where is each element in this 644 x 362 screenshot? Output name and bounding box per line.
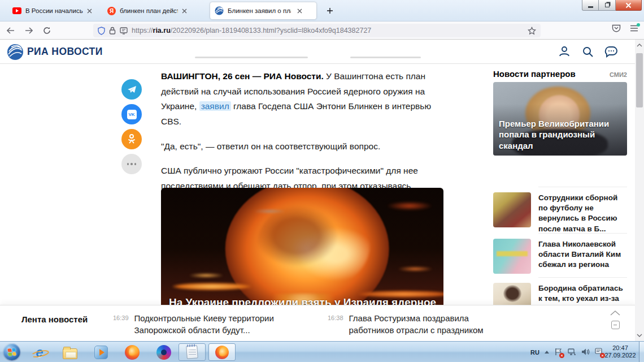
article-paragraph: "Да, есть", — ответил он на соответствую… (161, 139, 439, 154)
tab-close-icon[interactable] (182, 6, 188, 15)
start-button[interactable] (3, 343, 20, 360)
odnoklassniki-share-button[interactable] (121, 129, 142, 149)
tab-close-icon[interactable] (87, 6, 93, 15)
windows-logo-icon (7, 348, 16, 356)
bookmark-star-icon[interactable] (528, 27, 536, 35)
article-paragraph: ВАШИНГТОН, 26 сен — РИА Новости. У Вашин… (161, 69, 439, 130)
pocket-icon[interactable] (612, 24, 621, 32)
youtube-icon (12, 7, 21, 14)
restore-button[interactable] (599, 0, 616, 11)
telegram-share-button[interactable] (121, 79, 142, 100)
ticker-text: Глава Ростуризма поздравила работников о… (349, 313, 514, 336)
browser-window: В России начались расстрелы Я блинкен пл… (0, 0, 644, 362)
tab-title: В России начались расстрелы (25, 7, 83, 14)
tab-youtube[interactable]: В России начались расстрелы (8, 2, 97, 19)
article-dateline: ВАШИНГТОН, 26 сен — РИА Новости. (161, 71, 324, 81)
site-header-icons (558, 45, 618, 58)
media-player-icon[interactable] (93, 344, 109, 360)
clock-time: 20:47 (603, 344, 637, 352)
language-indicator[interactable]: RU (530, 349, 539, 356)
taskbar: e RU × × 20:47 27.09. (0, 341, 644, 362)
updates-icon[interactable]: × (595, 348, 603, 356)
network-icon[interactable] (568, 348, 576, 356)
ticker-item[interactable]: 16:39 Подконтрольные Киеву территории За… (113, 313, 312, 336)
vk-share-button[interactable]: VK (121, 104, 142, 124)
volume-icon[interactable] (581, 348, 590, 356)
system-tray: RU × × (530, 342, 603, 362)
news-ticker: Лента новостей 16:39 Подконтрольные Киев… (0, 305, 635, 341)
firefox-icon[interactable] (124, 344, 140, 360)
site-header: РИА НОВОСТИ (0, 40, 635, 64)
shield-icon[interactable] (98, 27, 105, 35)
scrolled-content-remnant (195, 57, 308, 58)
clock-date: 27.09.2022 (603, 352, 637, 359)
show-desktop-button[interactable] (639, 342, 644, 362)
page-scrollbar[interactable] (635, 40, 644, 341)
url-scheme: https:// (132, 27, 153, 35)
permissions-icon[interactable] (120, 27, 128, 35)
partner-thumbnail (493, 239, 531, 274)
search-icon[interactable] (581, 45, 594, 58)
ticker-item[interactable]: 16:38 Глава Ростуризма поздравила работн… (328, 313, 514, 336)
internet-explorer-icon[interactable]: e (32, 344, 47, 360)
action-center-icon[interactable]: × (554, 348, 563, 356)
collapse-icon[interactable] (611, 321, 620, 329)
url-domain: ria.ru (153, 27, 171, 35)
notepad-taskbar-button[interactable] (179, 343, 206, 361)
browser-swirl-icon[interactable] (156, 344, 172, 360)
ticker-time: 16:39 (113, 313, 129, 336)
menu-notification-dot (637, 23, 640, 27)
article-image-nuclear-explosion[interactable]: На Украине предложили взять у Израиля яд… (161, 188, 443, 324)
partner-item[interactable]: Глава Николаевской области Виталий Ким с… (493, 239, 627, 274)
partner-item[interactable]: Сотрудники сборной по футболу не вернули… (493, 192, 627, 234)
ria-logo-globe-icon[interactable] (7, 44, 24, 61)
scroll-down-icon[interactable] (636, 332, 643, 339)
fire-streak (387, 201, 432, 210)
fire-streak (398, 266, 432, 272)
ticker-text: Подконтрольные Киеву территории Запорожс… (134, 313, 312, 336)
featured-title: Премьер Великобритании попала в грандиоз… (499, 118, 623, 152)
article-link[interactable]: заявил (199, 101, 231, 111)
partners-heading: Новости партнеров (493, 69, 576, 79)
more-share-button[interactable] (121, 154, 142, 174)
share-buttons: VK (121, 79, 142, 174)
taskbar-clock[interactable]: 20:47 27.09.2022 (603, 344, 637, 359)
comments-icon[interactable] (604, 45, 618, 58)
site-brand[interactable]: РИА НОВОСТИ (27, 46, 103, 58)
scroll-up-icon[interactable] (636, 42, 643, 49)
tab-ria-active[interactable]: Блинкен заявил о плане на сл (210, 2, 316, 19)
tab-title: Блинкен заявил о плане на сл (228, 7, 291, 14)
reload-button[interactable] (40, 23, 54, 38)
partner-title: Глава Николаевской области Виталий Ким с… (538, 239, 627, 274)
tray-expand-icon[interactable] (545, 351, 549, 354)
forward-button[interactable] (21, 23, 36, 38)
ticker-time: 16:38 (328, 313, 343, 336)
fire-streak (189, 273, 223, 278)
tab-close-icon[interactable] (295, 6, 304, 15)
menu-icon[interactable] (630, 25, 638, 32)
ria-favicon (215, 6, 224, 15)
smi2-badge[interactable]: СМИ2 (610, 71, 627, 78)
url-path: /20220926/plan-1819408133.html?ysclid=l8… (171, 27, 372, 35)
scrollbar-thumb[interactable] (636, 53, 643, 107)
scrolled-content-remnant (350, 57, 421, 58)
profile-icon[interactable] (558, 45, 571, 58)
partner-thumbnail (493, 192, 531, 227)
explorer-folder-icon[interactable] (62, 344, 78, 360)
close-button[interactable] (616, 0, 642, 11)
tab-yandex[interactable]: Я блинкен план действий в случ (103, 2, 192, 19)
url-bar[interactable]: https://ria.ru/20220926/plan-1819408133.… (93, 24, 541, 37)
partner-title: Сотрудники сборной по футболу не вернули… (538, 192, 627, 234)
url-text[interactable]: https://ria.ru/20220926/plan-1819408133.… (132, 27, 524, 35)
error-badge: × (559, 353, 564, 358)
lock-icon[interactable] (109, 27, 116, 35)
ellipsis-icon (127, 163, 137, 165)
chevron-up-icon[interactable] (610, 310, 620, 316)
minimize-button[interactable] (582, 0, 599, 11)
partner-featured-card[interactable]: Премьер Великобритании попала в грандиоз… (493, 82, 627, 156)
firefox-taskbar-button-active[interactable] (208, 343, 236, 361)
back-button[interactable] (3, 23, 18, 38)
partners-header: Новости партнеров СМИ2 (493, 69, 627, 79)
tab-title: блинкен план действий в случ (120, 7, 178, 14)
new-tab-button[interactable] (323, 4, 337, 18)
